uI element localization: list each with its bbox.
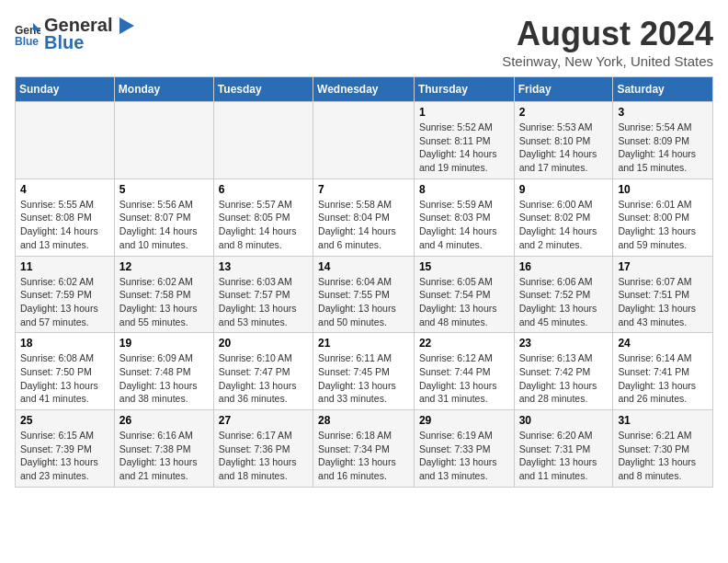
day-info: Sunrise: 6:07 AM Sunset: 7:51 PM Dayligh… xyxy=(618,275,708,329)
day-info: Sunrise: 5:56 AM Sunset: 8:07 PM Dayligh… xyxy=(119,198,209,252)
day-info: Sunrise: 5:58 AM Sunset: 8:04 PM Dayligh… xyxy=(318,198,409,252)
calendar-cell: 20Sunrise: 6:10 AM Sunset: 7:47 PM Dayli… xyxy=(213,333,313,410)
day-number: 12 xyxy=(119,260,209,273)
day-info: Sunrise: 5:59 AM Sunset: 8:03 PM Dayligh… xyxy=(419,198,509,252)
day-info: Sunrise: 6:12 AM Sunset: 7:44 PM Dayligh… xyxy=(419,351,509,406)
day-info: Sunrise: 6:00 AM Sunset: 8:02 PM Dayligh… xyxy=(519,198,609,252)
day-info: Sunrise: 6:11 AM Sunset: 7:45 PM Dayligh… xyxy=(318,351,409,406)
calendar-cell: 1Sunrise: 5:52 AM Sunset: 8:11 PM Daylig… xyxy=(414,102,514,179)
calendar-cell: 6Sunrise: 5:57 AM Sunset: 8:05 PM Daylig… xyxy=(213,178,313,256)
calendar-cell: 10Sunrise: 6:01 AM Sunset: 8:00 PM Dayli… xyxy=(613,178,713,256)
day-info: Sunrise: 6:06 AM Sunset: 7:52 PM Dayligh… xyxy=(519,275,609,329)
title-block: August 2024 Steinway, New York, United S… xyxy=(502,15,713,69)
calendar-cell: 23Sunrise: 6:13 AM Sunset: 7:42 PM Dayli… xyxy=(514,333,613,410)
weekday-header-sunday: Sunday xyxy=(16,77,115,102)
day-number: 1 xyxy=(419,106,509,119)
calendar-cell xyxy=(313,102,415,179)
calendar-cell xyxy=(114,102,213,179)
day-number: 19 xyxy=(119,337,209,350)
day-info: Sunrise: 5:53 AM Sunset: 8:10 PM Dayligh… xyxy=(519,121,609,175)
calendar-cell: 16Sunrise: 6:06 AM Sunset: 7:52 PM Dayli… xyxy=(514,256,613,333)
calendar-week-4: 18Sunrise: 6:08 AM Sunset: 7:50 PM Dayli… xyxy=(16,333,713,410)
svg-marker-3 xyxy=(119,17,134,34)
weekday-header-saturday: Saturday xyxy=(613,77,713,102)
calendar-cell: 28Sunrise: 6:18 AM Sunset: 7:34 PM Dayli… xyxy=(313,410,415,488)
day-number: 17 xyxy=(618,260,708,273)
calendar-cell: 9Sunrise: 6:00 AM Sunset: 8:02 PM Daylig… xyxy=(514,178,613,256)
calendar-cell: 5Sunrise: 5:56 AM Sunset: 8:07 PM Daylig… xyxy=(114,178,213,256)
calendar-cell: 14Sunrise: 6:04 AM Sunset: 7:55 PM Dayli… xyxy=(313,256,415,333)
calendar-cell: 11Sunrise: 6:02 AM Sunset: 7:59 PM Dayli… xyxy=(16,256,115,333)
calendar-cell: 22Sunrise: 6:12 AM Sunset: 7:44 PM Dayli… xyxy=(414,333,514,410)
weekday-header-friday: Friday xyxy=(514,77,613,102)
day-number: 28 xyxy=(318,414,409,427)
calendar-cell: 13Sunrise: 6:03 AM Sunset: 7:57 PM Dayli… xyxy=(213,256,313,333)
day-number: 15 xyxy=(419,260,509,273)
day-number: 3 xyxy=(618,106,708,119)
calendar-cell: 21Sunrise: 6:11 AM Sunset: 7:45 PM Dayli… xyxy=(313,333,415,410)
weekday-header-row: SundayMondayTuesdayWednesdayThursdayFrid… xyxy=(16,77,713,102)
main-title: August 2024 xyxy=(502,15,713,53)
calendar-cell: 26Sunrise: 6:16 AM Sunset: 7:38 PM Dayli… xyxy=(114,410,213,488)
day-info: Sunrise: 5:55 AM Sunset: 8:08 PM Dayligh… xyxy=(20,198,109,252)
calendar-cell: 24Sunrise: 6:14 AM Sunset: 7:41 PM Dayli… xyxy=(613,333,713,410)
calendar-cell: 19Sunrise: 6:09 AM Sunset: 7:48 PM Dayli… xyxy=(114,333,213,410)
day-number: 27 xyxy=(219,414,308,427)
day-info: Sunrise: 6:15 AM Sunset: 7:39 PM Dayligh… xyxy=(20,429,109,483)
day-info: Sunrise: 6:03 AM Sunset: 7:57 PM Dayligh… xyxy=(219,275,308,329)
day-number: 30 xyxy=(519,414,609,427)
day-info: Sunrise: 6:05 AM Sunset: 7:54 PM Dayligh… xyxy=(419,275,509,329)
day-number: 6 xyxy=(219,183,308,196)
day-number: 18 xyxy=(20,337,109,350)
day-info: Sunrise: 6:04 AM Sunset: 7:55 PM Dayligh… xyxy=(318,275,409,329)
subtitle: Steinway, New York, United States xyxy=(502,53,713,69)
day-info: Sunrise: 6:08 AM Sunset: 7:50 PM Dayligh… xyxy=(20,351,109,406)
day-number: 23 xyxy=(519,337,609,350)
day-number: 26 xyxy=(119,414,209,427)
calendar-cell: 27Sunrise: 6:17 AM Sunset: 7:36 PM Dayli… xyxy=(213,410,313,488)
calendar-week-5: 25Sunrise: 6:15 AM Sunset: 7:39 PM Dayli… xyxy=(16,410,713,488)
calendar-cell: 12Sunrise: 6:02 AM Sunset: 7:58 PM Dayli… xyxy=(114,256,213,333)
calendar-cell: 4Sunrise: 5:55 AM Sunset: 8:08 PM Daylig… xyxy=(16,178,115,256)
day-number: 2 xyxy=(519,106,609,119)
day-number: 13 xyxy=(219,260,308,273)
day-number: 31 xyxy=(618,414,708,427)
day-info: Sunrise: 6:02 AM Sunset: 7:58 PM Dayligh… xyxy=(119,275,209,329)
calendar-cell: 25Sunrise: 6:15 AM Sunset: 7:39 PM Dayli… xyxy=(16,410,115,488)
calendar-cell: 29Sunrise: 6:19 AM Sunset: 7:33 PM Dayli… xyxy=(414,410,514,488)
day-info: Sunrise: 6:19 AM Sunset: 7:33 PM Dayligh… xyxy=(419,429,509,483)
calendar-cell: 2Sunrise: 5:53 AM Sunset: 8:10 PM Daylig… xyxy=(514,102,613,179)
calendar-cell: 18Sunrise: 6:08 AM Sunset: 7:50 PM Dayli… xyxy=(16,333,115,410)
day-number: 5 xyxy=(119,183,209,196)
day-info: Sunrise: 5:57 AM Sunset: 8:05 PM Dayligh… xyxy=(219,198,308,252)
day-info: Sunrise: 6:13 AM Sunset: 7:42 PM Dayligh… xyxy=(519,351,609,406)
calendar-week-1: 1Sunrise: 5:52 AM Sunset: 8:11 PM Daylig… xyxy=(16,102,713,179)
calendar-table: SundayMondayTuesdayWednesdayThursdayFrid… xyxy=(15,76,713,488)
weekday-header-wednesday: Wednesday xyxy=(313,77,415,102)
calendar-cell: 7Sunrise: 5:58 AM Sunset: 8:04 PM Daylig… xyxy=(313,178,415,256)
page-header: General Blue General Blue August 2024 St… xyxy=(15,15,713,69)
calendar-week-3: 11Sunrise: 6:02 AM Sunset: 7:59 PM Dayli… xyxy=(16,256,713,333)
day-info: Sunrise: 6:01 AM Sunset: 8:00 PM Dayligh… xyxy=(618,198,708,252)
calendar-cell xyxy=(16,102,115,179)
day-number: 4 xyxy=(20,183,109,196)
day-number: 29 xyxy=(419,414,509,427)
calendar-cell: 31Sunrise: 6:21 AM Sunset: 7:30 PM Dayli… xyxy=(613,410,713,488)
day-number: 22 xyxy=(419,337,509,350)
calendar-cell: 17Sunrise: 6:07 AM Sunset: 7:51 PM Dayli… xyxy=(613,256,713,333)
logo-wordmark: General Blue xyxy=(44,15,134,53)
day-info: Sunrise: 6:17 AM Sunset: 7:36 PM Dayligh… xyxy=(219,429,308,483)
day-info: Sunrise: 6:14 AM Sunset: 7:41 PM Dayligh… xyxy=(618,351,708,406)
calendar-cell: 8Sunrise: 5:59 AM Sunset: 8:03 PM Daylig… xyxy=(414,178,514,256)
day-number: 16 xyxy=(519,260,609,273)
weekday-header-tuesday: Tuesday xyxy=(213,77,313,102)
calendar-cell: 3Sunrise: 5:54 AM Sunset: 8:09 PM Daylig… xyxy=(613,102,713,179)
weekday-header-monday: Monday xyxy=(114,77,213,102)
day-number: 10 xyxy=(618,183,708,196)
day-number: 20 xyxy=(219,337,308,350)
calendar-cell: 15Sunrise: 6:05 AM Sunset: 7:54 PM Dayli… xyxy=(414,256,514,333)
day-info: Sunrise: 6:02 AM Sunset: 7:59 PM Dayligh… xyxy=(20,275,109,329)
day-info: Sunrise: 6:21 AM Sunset: 7:30 PM Dayligh… xyxy=(618,429,708,483)
calendar-week-2: 4Sunrise: 5:55 AM Sunset: 8:08 PM Daylig… xyxy=(16,178,713,256)
svg-text:Blue: Blue xyxy=(15,35,39,47)
